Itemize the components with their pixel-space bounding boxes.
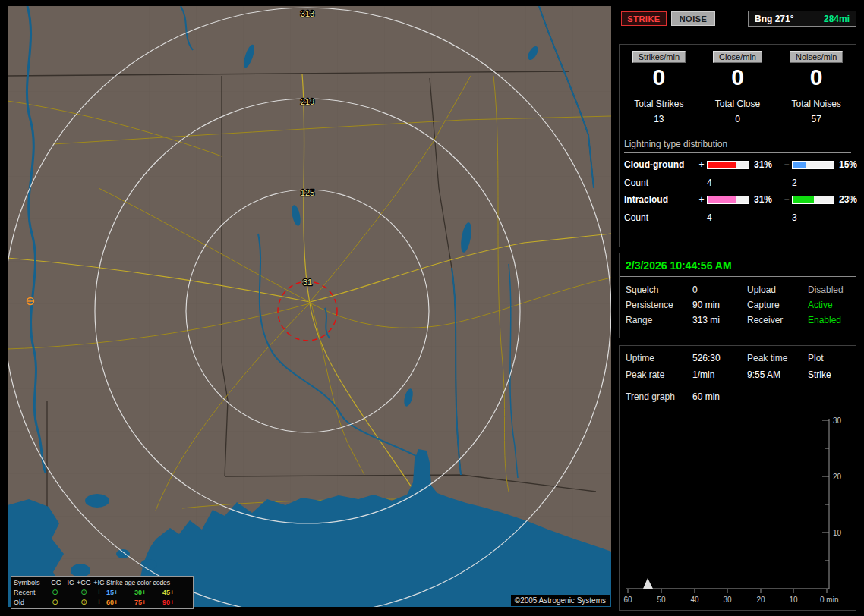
legend-type-cg-plus: +CG [76,579,92,586]
peak-rate-label: Peak rate [626,369,692,380]
trend-graph-label: Trend graph [626,391,692,402]
cg-plus-pct: 31% [751,159,781,170]
copyright-text: ©2005 Astrogenic Systems [511,595,610,606]
persistence-label: Persistence [626,300,692,310]
x-tick-60: 60 [623,596,632,604]
map-legend: Symbols -CG -IC +CG +IC Strike age color… [11,576,194,609]
datetime-display: 2/3/2026 10:44:56 AM [620,253,856,277]
cg-plus-bar [707,161,749,169]
plus-sign: + [696,194,707,205]
top-controls: STRIKE NOISE Bng 271° 284mi [619,9,856,29]
x-tick-0-min: 0 min [820,596,838,604]
old-cg-minus-icon: ⊖ [47,599,63,606]
squelch-value: 0 [692,284,747,295]
cg-plus-count: 4 [707,178,751,188]
status-row: Persistence 90 min Capture Active [620,297,856,313]
strike-button[interactable]: STRIKE [621,11,667,26]
map-canvas: 313 219 125 31 [8,6,611,607]
noise-button[interactable]: NOISE [671,11,715,26]
legend-type-ic-plus: +IC [92,579,106,586]
ic-plus-pct: 31% [751,194,781,205]
intracloud-label: Intracloud [624,194,696,205]
legend-age-header: Strike age color codes [106,579,187,586]
bearing-readout: Bng 271° 284mi [748,11,856,27]
total-strikes-label: Total Strikes [620,99,698,109]
age-60: 60+ [106,599,134,606]
old-ic-minus-icon: − [63,599,76,606]
uptime-value: 526:30 [692,353,747,363]
status-panel: 2/3/2026 10:44:56 AM Squelch 0 Upload Di… [619,253,856,338]
close-per-min-button[interactable]: Close/min [713,51,762,63]
y-tick-20: 20 [833,473,842,481]
total-noises-label: Total Noises [777,99,856,109]
total-close-value: 0 [698,114,777,124]
ic-minus-bar [792,196,834,204]
legend-type-ic-minus: -IC [63,579,76,586]
cg-minus-pct: 15% [836,159,859,170]
close-per-min-value: 0 [698,66,777,89]
cloud-ground-label: Cloud-ground [624,159,696,170]
upload-value: Disabled [808,284,856,295]
ring-label-31: 31 [303,278,312,287]
age-75: 75+ [134,599,162,606]
recent-cg-minus-icon: ⊖ [47,589,63,596]
minus-sign: − [781,194,792,205]
count-label: Count [624,178,696,188]
age-45: 45+ [162,589,187,596]
noises-per-min-button[interactable]: Noises/min [790,51,843,63]
strikes-per-min-button[interactable]: Strikes/min [632,51,686,63]
ring-label-125: 125 [301,188,314,197]
ic-plus-bar [707,196,749,204]
noises-column: Noises/min 0 Total Noises 57 [777,49,856,124]
x-tick-50: 50 [657,596,666,604]
capture-value: Active [808,300,856,310]
peak-time-value: 9:55 AM [747,369,808,380]
legend-symbols-header: Symbols [14,579,47,586]
count-label: Count [624,212,696,223]
age-15: 15+ [106,589,134,596]
trend-graph-window: 60 min [692,391,747,402]
recent-cg-plus-icon: ⊕ [76,589,92,596]
trend-spike [640,578,653,589]
plot-value: Strike [808,369,856,380]
distance-value: 284mi [824,14,850,24]
old-cg-plus-icon: ⊕ [76,599,92,606]
x-tick-20: 20 [756,596,765,604]
status-row: Squelch 0 Upload Disabled [620,282,856,297]
receiver-label: Receiver [747,315,808,325]
legend-old-label: Old [14,599,47,606]
peak-time-label: Peak time [747,353,808,363]
trend-graph-header: Trend graph 60 min [620,388,856,405]
total-noises-value: 57 [777,114,856,124]
squelch-label: Squelch [626,284,692,295]
range-value: 313 mi [692,315,747,325]
total-strikes-value: 13 [620,114,698,124]
receiver-value: Enabled [808,315,856,325]
app-window: 313 219 125 31 Symbols -CG -IC +CG +IC S… [0,0,864,616]
cg-minus-bar [792,161,834,169]
lightning-map[interactable]: 313 219 125 31 Symbols -CG -IC +CG +IC S… [8,6,611,607]
distribution-title: Lightning type distribution [624,139,851,153]
ic-minus-count: 3 [792,212,836,223]
age-30: 30+ [134,589,162,596]
cloud-ground-count-row: Count 4 2 [624,178,856,188]
trend-row: Uptime 526:30 Peak time Plot [620,350,856,366]
total-close-label: Total Close [698,99,777,109]
trend-graph: 30 20 10 60 50 40 30 20 10 0 min [623,414,854,614]
plot-label: Plot [808,353,856,363]
minus-sign: − [781,159,792,170]
persistence-value: 90 min [692,300,747,310]
strikes-column: Strikes/min 0 Total Strikes 13 [620,49,698,124]
intracloud-count-row: Count 4 3 [624,212,856,223]
y-tick-10: 10 [833,529,842,537]
recent-ic-plus-icon: + [92,589,106,596]
close-column: Close/min 0 Total Close 0 [698,49,777,124]
old-ic-plus-icon: + [92,599,106,606]
trend-row: Peak rate 1/min 9:55 AM Strike [620,366,856,383]
peak-rate-value: 1/min [692,369,747,380]
legend-type-cg-minus: -CG [47,579,63,586]
capture-label: Capture [747,300,808,310]
plus-sign: + [696,159,707,170]
age-90: 90+ [162,599,187,606]
trend-panel: Uptime 526:30 Peak time Plot Peak rate 1… [619,345,856,611]
